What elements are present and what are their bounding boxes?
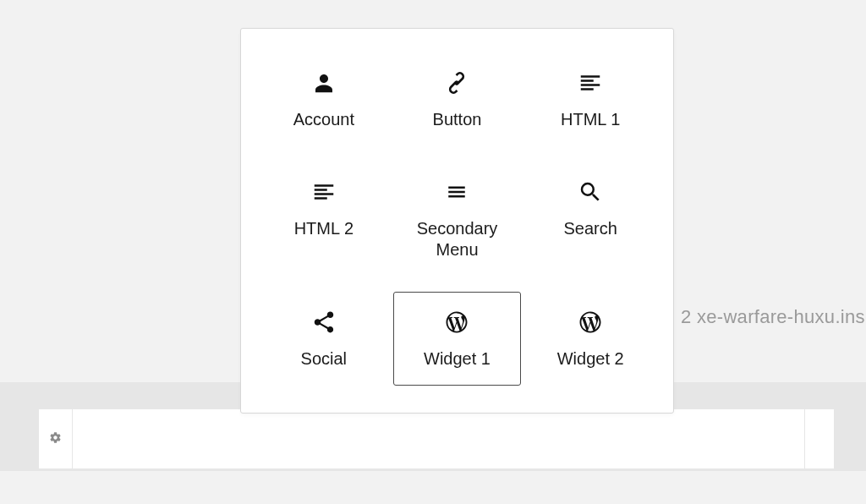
- element-widget2[interactable]: Widget 2: [526, 292, 655, 386]
- element-label: Social: [301, 348, 347, 370]
- element-search[interactable]: Search: [526, 162, 655, 277]
- text-lines-icon: [311, 178, 337, 206]
- element-button[interactable]: Button: [393, 52, 522, 146]
- link-icon: [443, 68, 470, 97]
- row-right-edge: [804, 409, 834, 468]
- builder-row: [39, 409, 834, 468]
- element-account[interactable]: Account: [260, 52, 388, 146]
- element-label: HTML 1: [561, 109, 620, 130]
- element-html1[interactable]: HTML 1: [526, 52, 655, 146]
- text-lines-icon: [578, 68, 603, 97]
- element-label: Account: [293, 109, 354, 130]
- account-icon: [311, 68, 337, 97]
- element-label: Button: [433, 109, 482, 130]
- gear-icon: [49, 431, 62, 447]
- editor-canvas: 2 xe-warfare-huxu.ins Account Button: [0, 0, 866, 504]
- wordpress-icon: [578, 308, 603, 337]
- share-icon: [311, 308, 337, 337]
- element-grid: Account Button HTML 1 HTML 2: [260, 52, 655, 386]
- element-label: Widget 2: [557, 348, 624, 370]
- element-html2[interactable]: HTML 2: [260, 162, 388, 277]
- row-dropzone[interactable]: [73, 409, 804, 468]
- element-label: Secondary Menu: [399, 218, 516, 260]
- element-widget1[interactable]: Widget 1: [393, 292, 522, 386]
- element-label: Widget 1: [424, 348, 491, 370]
- row-settings-button[interactable]: [39, 409, 73, 468]
- element-picker-popup: Account Button HTML 1 HTML 2: [240, 28, 674, 414]
- site-hint-text: 2 xe-warfare-huxu.ins: [681, 306, 865, 328]
- element-label: HTML 2: [294, 218, 354, 239]
- search-icon: [578, 178, 603, 206]
- element-label: Search: [563, 218, 617, 239]
- menu-icon: [446, 178, 468, 206]
- wordpress-icon: [444, 308, 469, 337]
- element-social[interactable]: Social: [260, 292, 388, 386]
- element-secondary-menu[interactable]: Secondary Menu: [393, 162, 522, 277]
